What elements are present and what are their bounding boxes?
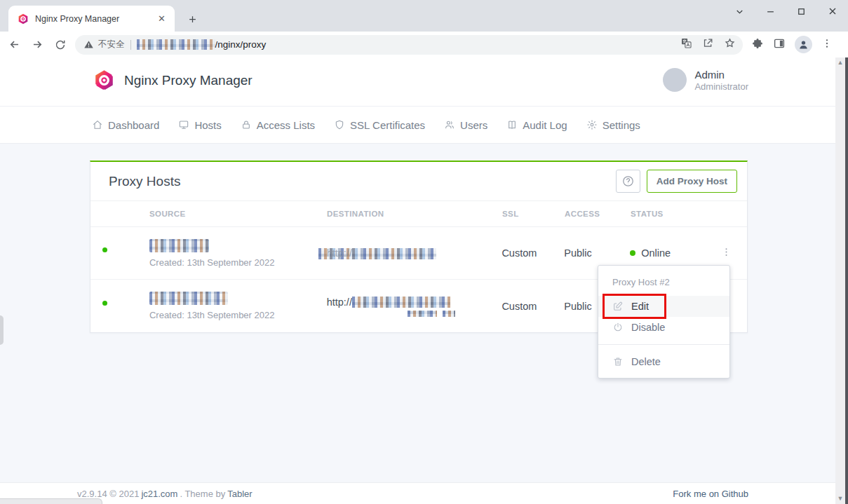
share-icon[interactable] — [702, 37, 714, 52]
table-header-row: SOURCE DESTINATION SSL ACCESS STATUS — [90, 201, 747, 227]
browser-tab[interactable]: Nginx Proxy Manager ✕ — [8, 6, 175, 32]
tab-strip: Nginx Proxy Manager ✕ — [0, 0, 848, 32]
omnibox-separator — [130, 40, 131, 50]
nav-label: Users — [460, 119, 487, 131]
menu-item-label: Delete — [631, 356, 661, 367]
side-panel-handle[interactable] — [0, 315, 4, 345]
nav-item-access-lists[interactable]: Access Lists — [241, 119, 315, 131]
users-icon — [444, 119, 455, 130]
address-bar[interactable]: 不安全 /nginx/proxy — [75, 35, 743, 55]
ssl-value: Custom — [502, 247, 564, 259]
footer-version: v2.9.14 © 2021 — [77, 489, 139, 499]
row-context-menu: Proxy Host #2 Edit Disable Delete — [598, 265, 730, 379]
add-proxy-host-button[interactable]: Add Proxy Host — [647, 170, 737, 193]
user-block[interactable]: Admin Administrator — [663, 68, 748, 92]
url-path: /nginx/proxy — [215, 39, 267, 50]
toolbar-right-icons — [751, 36, 833, 53]
minimize-button[interactable] — [765, 6, 776, 17]
column-header-access: ACCESS — [565, 210, 631, 218]
page-content: Nginx Proxy Manager Admin Administrator … — [0, 57, 835, 504]
favicon-npm-icon — [18, 13, 29, 25]
maximize-button[interactable] — [796, 6, 807, 17]
edit-icon — [612, 301, 624, 312]
online-dot — [101, 246, 109, 254]
nav-item-dashboard[interactable]: Dashboard — [92, 119, 159, 131]
nav-label: SSL Certificates — [350, 119, 425, 131]
created-date: Created: 13th September 2022 — [149, 257, 327, 268]
scroll-up-arrow-icon[interactable]: ▲ — [837, 60, 844, 66]
redacted-fragments — [408, 311, 502, 317]
nav-item-audit-log[interactable]: Audit Log — [506, 119, 567, 131]
browser-menu-kebab-icon[interactable] — [821, 38, 833, 52]
window-right-edge — [845, 57, 848, 504]
card-header: Proxy Hosts Add Proxy Host — [90, 162, 747, 201]
plus-icon — [187, 14, 198, 25]
nav-label: Audit Log — [523, 119, 567, 131]
home-icon — [92, 119, 103, 130]
redacted-host-address — [137, 39, 215, 50]
book-icon — [506, 119, 518, 130]
menu-item-disable[interactable]: Disable — [598, 317, 729, 338]
forward-button[interactable] — [28, 36, 46, 54]
person-icon — [797, 39, 809, 50]
bookmark-star-icon[interactable] — [724, 37, 736, 52]
status-dot — [630, 250, 635, 256]
menu-item-delete[interactable]: Delete — [598, 351, 729, 372]
extensions-puzzle-icon[interactable] — [751, 37, 764, 53]
context-menu-title: Proxy Host #2 — [598, 274, 729, 296]
user-role: Administrator — [694, 81, 748, 92]
menu-item-label: Edit — [631, 301, 649, 312]
browser-status-bubble — [0, 498, 102, 504]
nav-label: Settings — [603, 119, 640, 131]
window-controls — [734, 6, 838, 17]
destination-prefix: http:// — [327, 297, 352, 308]
nav-item-ssl-certificates[interactable]: SSL Certificates — [334, 119, 425, 131]
github-link[interactable]: Fork me on Github — [673, 489, 748, 499]
brand[interactable]: Nginx Proxy Manager — [93, 69, 253, 91]
question-circle-icon — [621, 175, 635, 188]
shield-icon — [334, 119, 345, 130]
scroll-down-arrow-icon[interactable]: ▼ — [837, 496, 844, 502]
menu-divider — [598, 344, 729, 345]
npm-logo-icon — [93, 69, 115, 91]
nav-item-users[interactable]: Users — [444, 119, 487, 131]
menu-item-edit[interactable]: Edit — [598, 296, 729, 317]
jc21-link[interactable]: jc21.com — [141, 489, 177, 499]
translate-icon[interactable] — [680, 37, 692, 52]
destination-prefix: http:// — [327, 247, 352, 259]
trash-icon — [612, 356, 624, 367]
redacted-source-domain — [149, 292, 228, 305]
help-button[interactable] — [616, 170, 640, 193]
app-footer: v2.9.14 © 2021 jc21.com . Theme by Table… — [0, 482, 835, 504]
card-title: Proxy Hosts — [109, 174, 180, 189]
tab-title: Nginx Proxy Manager — [35, 14, 156, 24]
access-value: Public — [564, 247, 630, 259]
nav-label: Access Lists — [257, 119, 315, 131]
tab-search-chevron-icon[interactable] — [734, 6, 745, 17]
monitor-icon — [178, 119, 189, 130]
app-header: Nginx Proxy Manager Admin Administrator — [0, 57, 835, 106]
online-dot — [101, 299, 109, 307]
redacted-destination-url — [352, 297, 450, 308]
tabler-link[interactable]: Tabler — [227, 489, 252, 499]
ssl-value: Custom — [502, 301, 564, 312]
tab-close-icon[interactable]: ✕ — [156, 13, 168, 25]
lock-icon — [241, 119, 252, 130]
nav-item-hosts[interactable]: Hosts — [178, 119, 221, 131]
security-label: 不安全 — [98, 39, 125, 50]
close-button[interactable] — [827, 6, 838, 17]
column-header-source: SOURCE — [149, 210, 327, 218]
new-tab-button[interactable] — [184, 11, 201, 27]
browser-profile-avatar[interactable] — [795, 36, 812, 53]
nav-label: Hosts — [194, 119, 221, 131]
nav-item-settings[interactable]: Settings — [586, 119, 640, 131]
column-header-ssl: SSL — [502, 210, 565, 218]
side-panel-icon[interactable] — [773, 37, 786, 53]
page-scrollbar[interactable]: ▲ ▼ — [835, 57, 845, 504]
reload-button[interactable] — [51, 36, 69, 54]
status-value: Online — [641, 247, 671, 259]
row-actions-kebab-icon[interactable] — [721, 247, 732, 260]
back-button[interactable] — [5, 36, 23, 54]
not-secure-warning-icon — [83, 39, 94, 50]
footer-theme-text: . Theme by — [180, 489, 225, 499]
